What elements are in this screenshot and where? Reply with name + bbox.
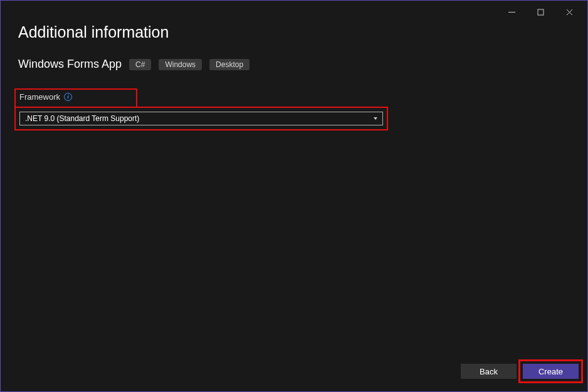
content-area: Additional information Windows Forms App…	[1, 21, 587, 130]
framework-label-row: Framework i	[19, 92, 132, 102]
minimize-button[interactable]	[497, 4, 526, 19]
titlebar	[1, 1, 587, 21]
create-button[interactable]: Create	[523, 364, 579, 379]
framework-selected-value: .NET 9.0 (Standard Term Support)	[25, 114, 139, 123]
create-button-highlight: Create	[518, 359, 583, 383]
page-title: Additional information	[18, 23, 570, 41]
minimize-icon	[508, 9, 515, 16]
framework-dropdown-highlight: .NET 9.0 (Standard Term Support)	[14, 107, 388, 130]
framework-label-highlight: Framework i	[14, 88, 137, 108]
tag-desktop: Desktop	[209, 59, 249, 70]
maximize-icon	[537, 9, 544, 16]
chevron-down-icon	[374, 117, 377, 120]
footer-buttons: Back Create	[461, 364, 579, 379]
maximize-button[interactable]	[526, 4, 555, 19]
tag-windows: Windows	[159, 59, 202, 70]
framework-dropdown[interactable]: .NET 9.0 (Standard Term Support)	[19, 112, 383, 125]
tag-csharp: C#	[129, 59, 151, 70]
close-icon	[566, 9, 573, 16]
info-icon[interactable]: i	[64, 93, 72, 101]
back-button[interactable]: Back	[461, 364, 517, 379]
close-button[interactable]	[555, 4, 584, 19]
framework-label: Framework	[19, 92, 60, 102]
project-template-name: Windows Forms App	[18, 58, 122, 71]
svg-rect-1	[538, 9, 543, 15]
subtitle-row: Windows Forms App C# Windows Desktop	[18, 58, 570, 71]
